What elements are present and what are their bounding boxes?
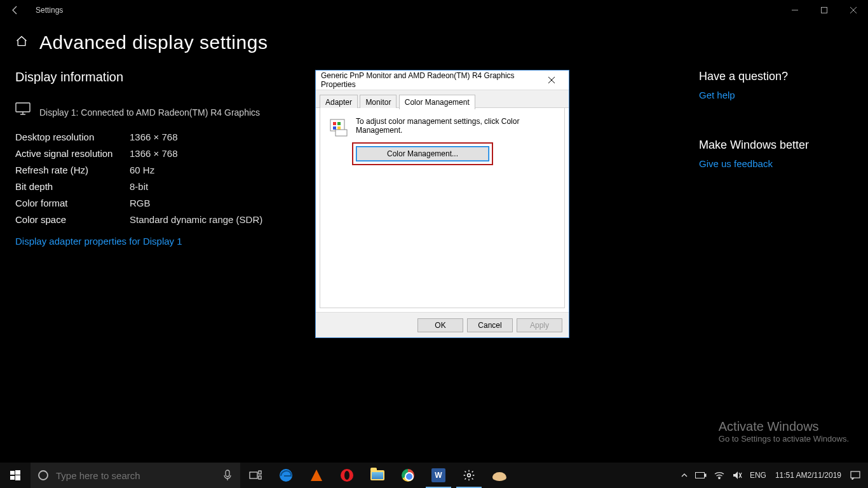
spec-key: Refresh rate (Hz) xyxy=(15,162,130,179)
svg-point-29 xyxy=(719,478,720,479)
chrome-icon xyxy=(402,469,414,482)
tab-color-management[interactable]: Color Management xyxy=(399,95,475,109)
tray-date: 2/11/2019 xyxy=(808,471,841,480)
display-label: Display 1: Connected to AMD Radeon(TM) R… xyxy=(39,107,260,118)
spec-value: RGB xyxy=(130,195,151,212)
search-input[interactable] xyxy=(56,470,215,481)
mic-icon[interactable] xyxy=(215,470,240,481)
taskbar-search[interactable] xyxy=(31,463,240,488)
svg-rect-20 xyxy=(226,470,229,477)
taskbar-app-chrome[interactable] xyxy=(393,463,423,488)
spec-value: 868 × 488 xyxy=(130,146,178,162)
svg-rect-4 xyxy=(16,103,30,112)
monitor-icon xyxy=(15,102,31,118)
task-view-icon xyxy=(249,470,262,480)
svg-rect-13 xyxy=(337,126,341,130)
tabstrip: Adapter Monitor Color Management xyxy=(316,90,569,108)
spec-key: Color space xyxy=(15,212,130,228)
spec-key: Bit depth xyxy=(15,179,130,195)
titlebar: Settings xyxy=(0,0,868,20)
dialog-close-button[interactable] xyxy=(539,72,564,88)
taskbar-app-edge[interactable] xyxy=(271,463,301,488)
svg-rect-17 xyxy=(10,476,15,480)
tray-notifications[interactable] xyxy=(846,463,864,488)
spec-value: Standard dynamic range (SDR) xyxy=(130,212,262,228)
page-title: Advanced display settings xyxy=(39,32,268,53)
svg-rect-23 xyxy=(259,471,261,474)
task-view-button[interactable] xyxy=(240,463,271,488)
taskbar-app-explorer[interactable] xyxy=(362,463,393,488)
svg-rect-27 xyxy=(695,473,704,478)
spec-value: 868 × 488 xyxy=(130,129,178,146)
dialog-titlebar[interactable]: Generic PnP Monitor and AMD Radeon(TM) R… xyxy=(316,71,569,90)
tray-battery[interactable] xyxy=(691,463,710,488)
opera-icon xyxy=(341,469,353,482)
svg-rect-11 xyxy=(337,122,341,125)
close-icon xyxy=(548,77,555,83)
taskbar: W ENG 11:51 AM 2/11/2019 xyxy=(0,463,868,488)
svg-rect-16 xyxy=(15,470,20,475)
maximize-icon xyxy=(821,7,827,13)
start-button[interactable] xyxy=(0,463,31,488)
taskbar-app-paint[interactable] xyxy=(484,463,515,488)
notifications-icon xyxy=(850,471,860,480)
apply-button[interactable]: Apply xyxy=(517,318,562,332)
svg-rect-24 xyxy=(259,476,261,479)
svg-point-19 xyxy=(39,471,48,480)
folder-icon xyxy=(370,470,384,480)
adapter-properties-link[interactable]: Display adapter properties for Display 1 xyxy=(15,236,182,247)
home-icon[interactable] xyxy=(15,35,28,50)
minimize-button[interactable] xyxy=(780,0,810,20)
tray-time: 11:51 AM xyxy=(775,471,808,480)
help-sidebar: Have a question? Get help Make Windows b… xyxy=(699,70,809,169)
taskbar-app-opera[interactable] xyxy=(332,463,362,488)
dialog-title: Generic PnP Monitor and AMD Radeon(TM) R… xyxy=(321,71,539,89)
svg-rect-10 xyxy=(333,122,336,125)
get-help-link[interactable]: Get help xyxy=(699,90,809,100)
task-icons: W xyxy=(240,463,515,488)
spec-key: Active signal resolution xyxy=(15,146,130,162)
cancel-button[interactable]: Cancel xyxy=(467,318,513,332)
tab-monitor[interactable]: Monitor xyxy=(360,95,397,109)
tab-adapter[interactable]: Adapter xyxy=(320,95,358,109)
tray-language[interactable]: ENG xyxy=(746,463,770,488)
close-button[interactable] xyxy=(839,0,868,20)
svg-point-26 xyxy=(468,474,471,477)
maximize-button[interactable] xyxy=(810,0,839,20)
svg-rect-12 xyxy=(333,126,336,130)
close-icon xyxy=(850,7,857,13)
taskbar-app-word[interactable]: W xyxy=(423,463,454,488)
battery-icon xyxy=(695,472,707,478)
windows-icon xyxy=(10,470,20,480)
help-title: Have a question? xyxy=(699,70,809,83)
color-management-button[interactable]: Color Management... xyxy=(356,146,489,161)
tray-clock[interactable]: 11:51 AM 2/11/2019 xyxy=(770,463,846,488)
back-button[interactable] xyxy=(0,0,31,20)
tray-wifi[interactable] xyxy=(710,463,728,488)
app-title: Settings xyxy=(36,6,63,15)
tray-volume[interactable] xyxy=(728,463,746,488)
activate-watermark: Activate Windows Go to Settings to activ… xyxy=(719,419,849,444)
page-header: Advanced display settings xyxy=(0,20,868,58)
vlc-icon xyxy=(311,470,322,481)
system-tray: ENG 11:51 AM 2/11/2019 xyxy=(677,463,868,488)
tab-panel-color-management: To adjust color management settings, cli… xyxy=(320,108,565,308)
cortana-icon[interactable] xyxy=(31,470,56,481)
paint-icon xyxy=(492,470,506,481)
edge-icon xyxy=(279,468,293,482)
svg-rect-28 xyxy=(705,474,706,477)
ok-button[interactable]: OK xyxy=(417,318,463,332)
taskbar-app-vlc[interactable] xyxy=(301,463,332,488)
wifi-icon xyxy=(714,471,724,479)
volume-icon xyxy=(732,471,742,480)
tray-chevron[interactable] xyxy=(677,463,691,488)
chevron-up-icon xyxy=(681,472,688,478)
svg-rect-1 xyxy=(822,8,827,13)
feedback-link[interactable]: Give us feedback xyxy=(699,158,809,169)
activate-sub: Go to Settings to activate Windows. xyxy=(719,434,849,444)
taskbar-app-settings[interactable] xyxy=(454,463,484,488)
display-properties-dialog: Generic PnP Monitor and AMD Radeon(TM) R… xyxy=(315,70,569,338)
svg-rect-15 xyxy=(10,471,15,475)
word-icon: W xyxy=(431,468,445,482)
svg-rect-18 xyxy=(15,475,20,480)
